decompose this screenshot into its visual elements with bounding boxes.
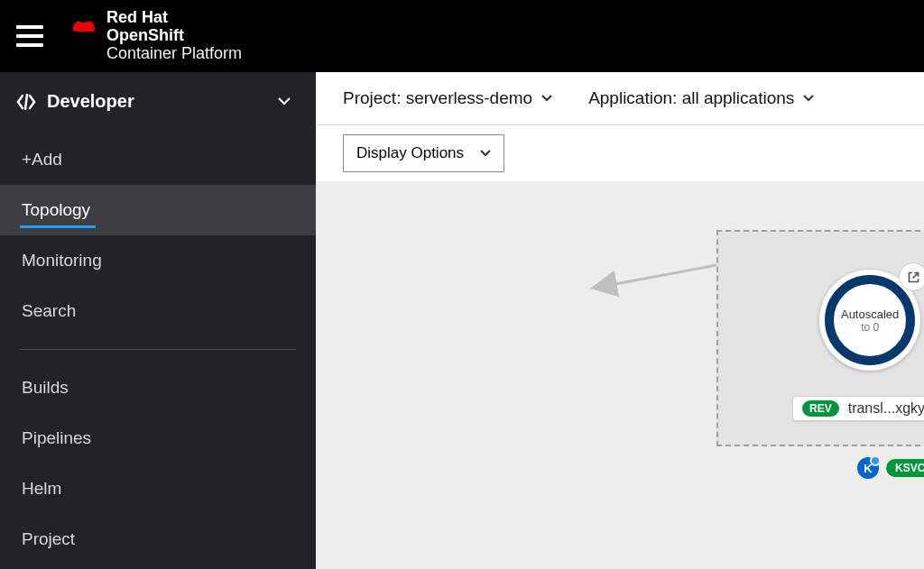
revision-node-left[interactable]: Autoscaled to 0 REV transl...xgky-2 [792,270,924,421]
caret-down-icon [480,150,491,157]
code-icon [16,94,36,110]
knative-service-group[interactable]: Autoscaled to 0 REV transl...xgky-2 [716,230,924,446]
global-header: Red Hat OpenShift Container Platform [0,0,924,72]
knative-k-badge-icon: K [857,457,879,479]
sidebar-item-project[interactable]: Project [0,514,316,564]
revision-label-left[interactable]: REV transl...xgky-2 [792,396,924,421]
redhat-logo-icon [70,14,97,36]
open-url-button[interactable] [899,262,924,291]
sidebar-item-monitoring[interactable]: Monitoring [0,235,316,286]
brand-subtitle: Container Platform [106,45,242,63]
caret-down-icon [278,97,291,106]
main-content: Project: serverless-demo Application: al… [316,72,924,569]
application-selector[interactable]: Application: all applications [588,88,814,108]
sidebar-item-topology[interactable]: Topology [0,185,316,235]
brand-product: OpenShift [106,27,242,45]
sidebar-item-add[interactable]: +Add [0,134,316,185]
ksvc-badge: KSVC [886,459,924,477]
caret-down-icon [541,95,552,102]
sidebar-divider [20,349,296,350]
product-brand: Red Hat OpenShift Container Platform [70,9,242,62]
application-selector-label: Application: all applications [588,88,794,108]
caret-down-icon [803,95,814,102]
node-left-status: Autoscaled [841,307,899,321]
project-selector-label: Project: serverless-demo [343,88,532,108]
display-options-label: Display Options [356,144,464,162]
rev-name: transl...xgky-2 [848,400,924,417]
perspective-switcher[interactable]: Developer [0,72,316,131]
rev-badge: REV [802,400,839,417]
sidebar-item-search[interactable]: Search [0,286,316,336]
topology-canvas[interactable]: 0% 100% Autoscaled to 0 [316,181,924,569]
nav-toggle-button[interactable] [16,25,43,47]
brand-vendor: Red Hat [106,8,168,26]
display-bar: Display Options [316,125,924,181]
context-toolbar: Project: serverless-demo Application: al… [316,72,924,125]
project-selector[interactable]: Project: serverless-demo [343,88,552,108]
display-options-button[interactable]: Display Options [343,134,504,172]
svg-line-5 [912,272,918,278]
svg-point-0 [79,17,89,23]
sidebar: Developer +Add Topology Monitoring Searc… [0,72,316,569]
sidebar-nav: +Add Topology Monitoring Search Builds P… [0,131,316,564]
sidebar-item-helm[interactable]: Helm [0,463,316,514]
sidebar-item-pipelines[interactable]: Pipelines [0,413,316,463]
node-left-status-sub: to 0 [861,321,879,334]
sidebar-item-builds[interactable]: Builds [0,363,316,413]
svg-line-1 [25,95,27,109]
perspective-label: Developer [47,91,134,112]
knative-service-label[interactable]: K KSVC translator [857,457,924,479]
